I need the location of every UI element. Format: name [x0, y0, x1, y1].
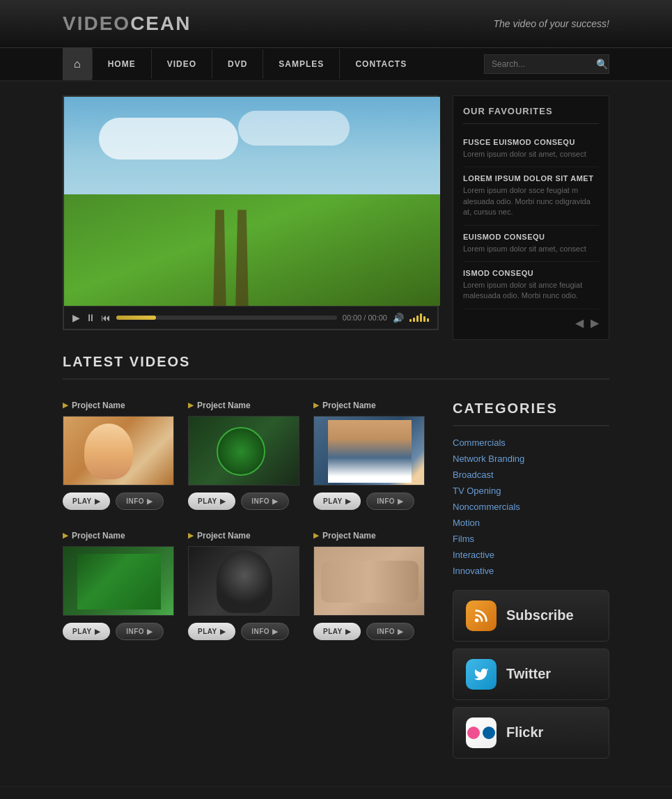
- search-bar[interactable]: 🔍: [484, 54, 609, 74]
- stop-button[interactable]: ⏮: [101, 312, 111, 323]
- cat-motion[interactable]: Motion: [453, 518, 609, 528]
- video-thumb-3: [313, 416, 425, 486]
- flickr-label: Flickr: [506, 724, 543, 740]
- vol-bar-3: [416, 316, 419, 322]
- info-btn-1[interactable]: INFO ▶: [116, 492, 163, 510]
- cat-interactive[interactable]: Interactive: [453, 550, 609, 560]
- logo-ocean: CEAN: [130, 13, 191, 34]
- video-card-5: ▶ Project Name PLAY ▶ INFO ▶: [188, 531, 299, 640]
- cat-tv-opening[interactable]: TV Opening: [453, 486, 609, 496]
- arrow-icon-3: ▶: [313, 401, 319, 409]
- cat-network-branding[interactable]: Network Branding: [453, 453, 609, 464]
- twitter-label: Twitter: [506, 666, 551, 682]
- vol-bar-4: [420, 313, 422, 322]
- fav-item-1: FUSCE EUISMOD CONSEQU Lorem ipsum dolor …: [463, 131, 599, 167]
- fav-item-4: ISMOD CONSEQU Lorem ipsum dolor sit amce…: [463, 262, 599, 309]
- video-card-3-title: ▶ Project Name: [313, 401, 425, 410]
- fav-item-2: LOREM IPSUM DOLOR SIT AMET Lorem ipsum d…: [463, 167, 599, 225]
- favourites-title: OUR FAVOURITES: [463, 106, 599, 124]
- footer: Videocean (c) 2010 | Privacy policy Site…: [0, 786, 672, 799]
- nav-item-video[interactable]: VIDEO: [151, 49, 212, 79]
- search-input[interactable]: [492, 59, 596, 69]
- fav-item-4-title[interactable]: ISMOD CONSEQU: [463, 269, 599, 277]
- social-section: Subscribe Twitter Flickr: [453, 590, 609, 759]
- video-card-1-name: Project Name: [72, 401, 125, 410]
- sidebar: CATEGORIES Commercials Network Branding …: [453, 401, 609, 766]
- pause-button[interactable]: ⏸: [86, 312, 95, 323]
- video-card-3-name: Project Name: [322, 401, 376, 410]
- video-card-1-actions: PLAY ▶ INFO ▶: [63, 492, 174, 510]
- info-btn-4[interactable]: INFO ▶: [116, 623, 163, 640]
- favourites-section: OUR FAVOURITES FUSCE EUISMOD CONSEQU Lor…: [453, 95, 609, 340]
- video-card-3-actions: PLAY ▶ INFO ▶: [313, 492, 425, 510]
- video-card-2-actions: PLAY ▶ INFO ▶: [188, 492, 299, 510]
- cat-innovative[interactable]: Innovative: [453, 566, 609, 576]
- info-btn-2[interactable]: INFO ▶: [241, 492, 288, 510]
- fav-nav: ◀ ▶: [463, 309, 599, 329]
- cloud-2: [238, 111, 350, 146]
- nav-item-dvd[interactable]: DVD: [212, 49, 263, 79]
- fav-item-3-title[interactable]: EUISMOD CONSEQU: [463, 233, 599, 241]
- flickr-button[interactable]: Flickr: [453, 707, 609, 759]
- fav-item-2-title[interactable]: LOREM IPSUM DOLOR SIT AMET: [463, 174, 599, 183]
- search-icon[interactable]: 🔍: [596, 59, 608, 70]
- video-card-2: ▶ Project Name PLAY ▶ INFO ▶: [188, 401, 299, 510]
- twitter-button[interactable]: Twitter: [453, 649, 609, 700]
- thumb-bulb-shape: [217, 550, 272, 613]
- play-btn-4[interactable]: PLAY ▶: [63, 623, 110, 640]
- cat-commercials[interactable]: Commercials: [453, 437, 609, 448]
- video-thumb-1: [63, 416, 174, 486]
- volume-icon[interactable]: 🔊: [393, 313, 404, 323]
- fav-item-4-desc: Lorem ipsum dolor sit amce feugiat males…: [463, 280, 599, 302]
- cat-broadcast[interactable]: Broadcast: [453, 470, 609, 480]
- path-left: [213, 210, 226, 306]
- play-btn-5[interactable]: PLAY ▶: [188, 623, 235, 640]
- favourites-panel: OUR FAVOURITES FUSCE EUISMOD CONSEQU Lor…: [453, 95, 609, 340]
- fav-item-1-desc: Lorem ipsum dolor sit amet, consect: [463, 149, 599, 160]
- vol-bar-1: [409, 319, 412, 322]
- info-btn-3[interactable]: INFO ▶: [366, 492, 414, 510]
- video-card-4: ▶ Project Name PLAY ▶ INFO ▶: [63, 531, 174, 640]
- progress-bar[interactable]: [116, 316, 337, 320]
- arrow-icon: ▶: [63, 401, 68, 409]
- play-btn-1[interactable]: PLAY ▶: [63, 492, 110, 510]
- time-display: 00:00 / 00:00: [343, 313, 387, 322]
- play-btn-3[interactable]: PLAY ▶: [313, 492, 361, 510]
- video-player-section: ▶ ⏸ ⏮ 00:00 / 00:00 🔊: [63, 95, 439, 340]
- navigation: ⌂ HOME VIDEO DVD SAMPLES CONTACTS 🔍: [0, 48, 672, 82]
- play-btn-6[interactable]: PLAY ▶: [313, 623, 361, 640]
- nav-home-icon[interactable]: ⌂: [63, 48, 92, 80]
- info-btn-5[interactable]: INFO ▶: [241, 623, 288, 640]
- content-area: ▶ Project Name PLAY ▶ INFO ▶: [0, 401, 672, 766]
- nav-item-home[interactable]: HOME: [92, 49, 151, 79]
- cat-films[interactable]: Films: [453, 534, 609, 544]
- categories-title: CATEGORIES: [453, 401, 609, 426]
- video-card-5-name: Project Name: [197, 531, 251, 541]
- video-card-6-title: ▶ Project Name: [313, 531, 425, 541]
- video-row-2: ▶ Project Name PLAY ▶ INFO ▶: [63, 531, 439, 640]
- vol-bar-6: [427, 318, 429, 322]
- arrow-icon-6: ▶: [313, 532, 319, 539]
- video-row-1: ▶ Project Name PLAY ▶ INFO ▶: [63, 401, 439, 510]
- info-arrow-1: ▶: [147, 497, 153, 505]
- fav-prev-button[interactable]: ◀: [575, 316, 584, 329]
- latest-videos-title: LATEST VIDEOS: [63, 354, 609, 380]
- video-card-1-title: ▶ Project Name: [63, 401, 174, 410]
- fav-next-button[interactable]: ▶: [591, 316, 599, 329]
- fav-item-1-title[interactable]: FUSCE EUISMOD CONSEQU: [463, 138, 599, 146]
- play-button[interactable]: ▶: [72, 312, 80, 323]
- video-thumb-4: [63, 546, 174, 616]
- videos-grid: ▶ Project Name PLAY ▶ INFO ▶: [63, 401, 439, 766]
- progress-fill: [116, 316, 156, 320]
- play-btn-2[interactable]: PLAY ▶: [188, 492, 235, 510]
- nav-item-samples[interactable]: SAMPLES: [263, 49, 339, 79]
- video-controls: ▶ ⏸ ⏮ 00:00 / 00:00 🔊: [64, 306, 437, 329]
- cat-noncommercials[interactable]: Noncommercials: [453, 502, 609, 512]
- info-btn-6[interactable]: INFO ▶: [366, 623, 414, 640]
- flickr-dot-blue: [483, 727, 495, 739]
- latest-videos-section: LATEST VIDEOS: [0, 340, 672, 401]
- fav-item-2-desc: Lorem ipsum dolor ssce feugiat m alesuad…: [463, 185, 599, 217]
- video-card-3: ▶ Project Name PLAY ▶ INFO ▶: [313, 401, 425, 510]
- subscribe-button[interactable]: Subscribe: [453, 590, 609, 642]
- nav-item-contacts[interactable]: CONTACTS: [339, 49, 422, 79]
